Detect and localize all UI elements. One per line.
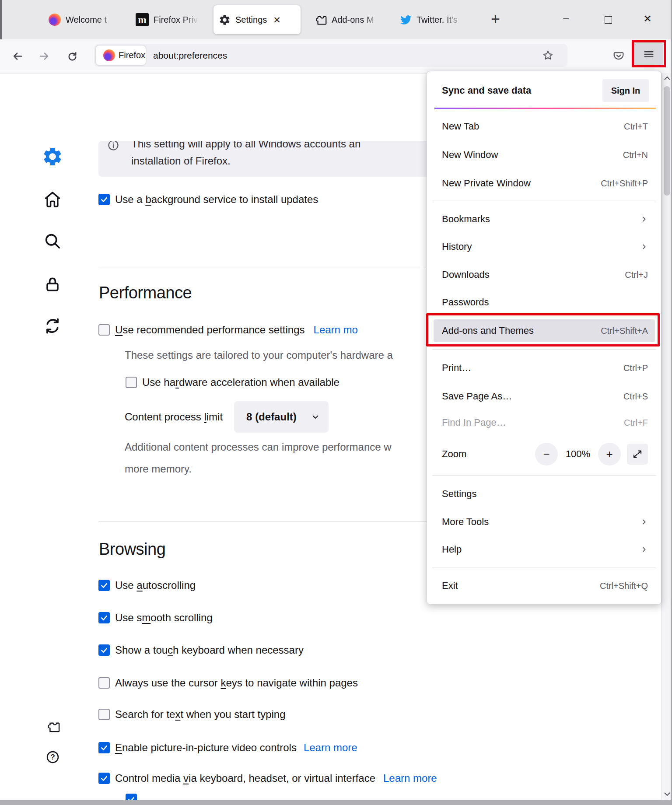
site-identity-chip[interactable]: Firefox: [96, 46, 146, 65]
tab-title: Add-ons M: [332, 15, 382, 25]
help-icon: ?: [46, 750, 60, 764]
checkbox-unchecked[interactable]: [126, 377, 137, 388]
checkbox-checked[interactable]: [98, 580, 110, 591]
menu-item-exit[interactable]: ExitCtrl+Shift+Q: [442, 574, 648, 597]
tab-title: Settings: [235, 15, 267, 25]
checkbox-label: Always use the cursor keys to navigate w…: [115, 677, 358, 689]
bookmark-star-icon[interactable]: [542, 49, 554, 61]
scroll-down-icon[interactable]: [664, 791, 671, 797]
gear-icon: [42, 146, 63, 167]
checkbox-unchecked[interactable]: [98, 709, 110, 720]
annotation-hamburger-highlight: [632, 40, 666, 67]
checkbox-label: Use a background service to install upda…: [115, 193, 318, 206]
reload-icon[interactable]: [66, 50, 78, 62]
menu-item-save-page-as[interactable]: Save Page As…Ctrl+S: [442, 385, 648, 408]
checkbox-checked[interactable]: [98, 742, 110, 753]
checkbox-checked[interactable]: [98, 644, 110, 656]
brand-gradient-divider: [434, 108, 656, 109]
browsing-heading: Browsing: [99, 540, 165, 559]
sidebar-item-home[interactable]: [42, 189, 63, 210]
sidebar-item-general[interactable]: [42, 146, 63, 167]
url-bar[interactable]: Firefox about:preferences: [94, 44, 567, 67]
sidebar-item-search[interactable]: [43, 231, 62, 251]
checkbox-checked[interactable]: [98, 773, 110, 784]
menu-item-passwords[interactable]: Passwords: [442, 291, 648, 314]
zoom-level[interactable]: 100%: [564, 448, 592, 460]
chevron-down-icon: [311, 413, 320, 421]
sidebar-item-privacy[interactable]: [43, 275, 62, 294]
notice-line2: installation of Firefox.: [131, 155, 231, 167]
checkbox-checked[interactable]: [98, 612, 110, 623]
checkbox-label: Control media via keyboard, headset, or …: [115, 772, 375, 784]
checkbox-unchecked[interactable]: [98, 324, 110, 336]
menu-item-new-window[interactable]: New WindowCtrl+N: [442, 144, 648, 166]
menu-item-new-tab[interactable]: New TabCtrl+T: [442, 115, 648, 138]
sidebar-item-support[interactable]: ?: [46, 750, 60, 764]
checkbox-row-autoscrolling: Use autoscrolling: [98, 579, 196, 592]
puzzle-icon: [46, 720, 60, 733]
info-icon: [107, 141, 119, 151]
menu-item-zoom: Zoom − 100% +: [442, 443, 648, 466]
tab-settings[interactable]: Settings ✕: [214, 5, 301, 34]
limit-note-2: more memory.: [125, 463, 192, 475]
menu-item-bookmarks[interactable]: Bookmarks: [442, 208, 648, 231]
app-menu-panel: Sync and save data Sign In New TabCtrl+T…: [427, 71, 662, 605]
back-icon[interactable]: [12, 50, 24, 62]
checkbox-row-control-media: Control media via keyboard, headset, or …: [98, 772, 437, 784]
menu-header-title: Sync and save data: [442, 85, 531, 96]
url-text[interactable]: about:preferences: [153, 44, 227, 67]
window-edge: [0, 0, 2, 39]
menu-item-help[interactable]: Help: [442, 538, 648, 561]
tab-firefox-privacy[interactable]: m Firefox Priv: [130, 5, 206, 34]
menu-divider: [432, 475, 656, 476]
close-window-button[interactable]: ✕: [643, 14, 652, 24]
mozilla-m-icon: m: [136, 13, 149, 26]
menu-divider: [432, 567, 656, 567]
firefox-logo-icon: [49, 14, 61, 26]
zoom-in-button[interactable]: +: [598, 443, 621, 466]
tab-close-icon[interactable]: ✕: [273, 15, 281, 24]
tab-bar: Welcome t m Firefox Priv Settings ✕ Add-…: [0, 0, 672, 39]
checkbox-row-smooth-scrolling: Use smooth scrolling: [98, 612, 213, 624]
tab-welcome[interactable]: Welcome t: [43, 5, 124, 34]
checkbox-row-search-typing: Search for text when you start typing: [98, 708, 286, 721]
twitter-bird-icon: [400, 14, 412, 26]
sign-in-button[interactable]: Sign In: [602, 79, 649, 102]
menu-divider: [432, 349, 656, 350]
maximize-button[interactable]: [605, 16, 612, 24]
checkbox-unchecked[interactable]: [98, 677, 110, 689]
menu-item-more-tools[interactable]: More Tools: [442, 511, 648, 533]
scroll-up-icon[interactable]: [664, 76, 671, 81]
learn-more-link[interactable]: Learn more: [304, 742, 357, 754]
sidebar-item-sync[interactable]: [43, 316, 62, 336]
tab-twitter[interactable]: Twitter. It's: [395, 5, 469, 34]
zoom-out-button[interactable]: −: [535, 443, 558, 466]
fullscreen-button[interactable]: [627, 444, 648, 465]
tab-addons[interactable]: Add-ons M: [309, 5, 388, 34]
minimize-button[interactable]: −: [563, 13, 569, 24]
chevron-right-icon: [640, 546, 648, 553]
lock-icon: [43, 275, 62, 294]
pocket-icon[interactable]: [612, 50, 625, 62]
menu-item-history[interactable]: History: [442, 235, 648, 258]
menu-item-settings[interactable]: Settings: [442, 483, 648, 505]
new-tab-button[interactable]: +: [491, 11, 500, 27]
checkbox-label: Use hardware acceleration when available: [142, 376, 340, 388]
learn-more-link[interactable]: Learn mo: [314, 324, 358, 336]
menu-item-new-private-window[interactable]: New Private WindowCtrl+Shift+P: [442, 172, 648, 195]
limit-label: Content process limit: [125, 411, 223, 423]
scrollbar-thumb[interactable]: [664, 86, 670, 196]
checkbox-checked[interactable]: [98, 194, 110, 205]
checkbox-label: Use recommended performance settings: [115, 324, 305, 336]
forward-icon[interactable]: [38, 50, 50, 62]
menu-item-downloads[interactable]: DownloadsCtrl+J: [442, 263, 648, 286]
sidebar-item-extensions[interactable]: [46, 720, 60, 733]
fullscreen-icon: [632, 449, 643, 459]
annotation-addons-highlight: [426, 313, 660, 346]
menu-item-print[interactable]: Print…Ctrl+P: [442, 357, 648, 379]
content-process-limit-select[interactable]: 8 (default): [234, 401, 329, 433]
bottom-scrollbar-strip[interactable]: [0, 800, 672, 805]
learn-more-link[interactable]: Learn more: [383, 772, 437, 784]
checkbox-row-background-service: Use a background service to install upda…: [98, 193, 318, 206]
navigation-toolbar: Firefox about:preferences: [0, 39, 672, 74]
